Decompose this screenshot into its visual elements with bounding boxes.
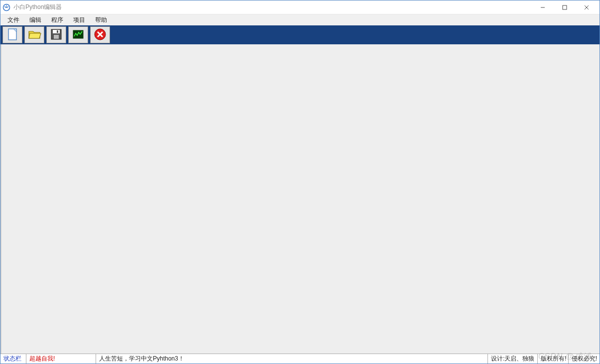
title-bar: 小白Python编辑器	[0, 0, 600, 14]
run-icon	[71, 27, 85, 43]
app-icon	[2, 3, 10, 11]
stop-icon	[93, 27, 107, 43]
close-button[interactable]	[576, 0, 598, 14]
menu-help[interactable]: 帮助	[91, 15, 111, 25]
menu-file[interactable]: 文件	[3, 15, 23, 25]
save-icon	[49, 27, 63, 43]
maximize-button[interactable]	[554, 0, 576, 14]
status-designer: 设计:天启、独狼	[488, 354, 538, 364]
svg-rect-10	[57, 30, 58, 33]
minimize-button[interactable]	[532, 0, 554, 14]
new-file-button[interactable]	[2, 26, 22, 43]
status-motto: 超越自我!	[26, 354, 96, 364]
stop-button[interactable]	[90, 26, 110, 43]
window-title: 小白Python编辑器	[13, 3, 62, 11]
svg-rect-8	[53, 30, 60, 33]
status-legal: 侵权必究!	[569, 354, 600, 364]
svg-rect-2	[563, 5, 567, 9]
svg-rect-9	[54, 35, 59, 39]
editor-area[interactable]	[0, 44, 600, 354]
save-button[interactable]	[46, 26, 66, 43]
open-button[interactable]	[24, 26, 44, 43]
status-label: 状态栏	[0, 354, 26, 364]
status-message: 人生苦短，学习中文Pyhthon3！	[96, 354, 488, 364]
status-copyright: 版权所有!	[538, 354, 569, 364]
menu-project[interactable]: 项目	[69, 15, 89, 25]
run-button[interactable]	[68, 26, 88, 43]
toolbar	[0, 25, 600, 44]
open-folder-icon	[27, 27, 41, 43]
new-file-icon	[5, 27, 19, 43]
menu-program[interactable]: 程序	[47, 15, 67, 25]
status-bar: 状态栏 超越自我! 人生苦短，学习中文Pyhthon3！ 设计:天启、独狼 版权…	[0, 354, 600, 364]
menu-edit[interactable]: 编辑	[25, 15, 45, 25]
menu-bar: 文件 编辑 程序 项目 帮助	[0, 14, 600, 25]
